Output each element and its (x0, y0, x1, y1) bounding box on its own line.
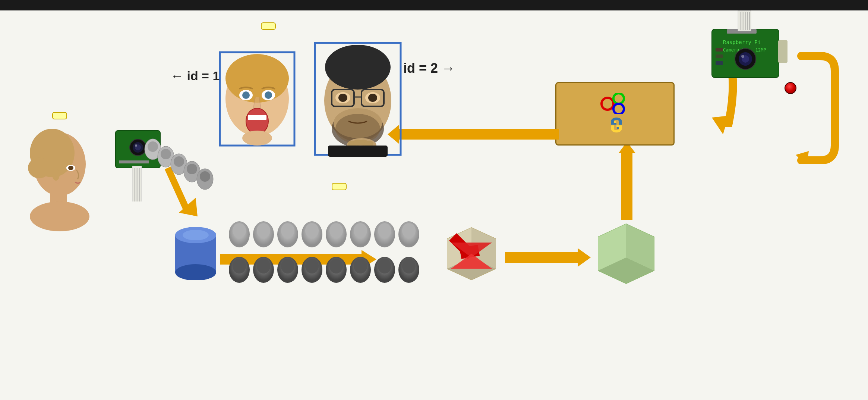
svg-point-30 (174, 156, 184, 167)
svg-point-130 (741, 55, 744, 58)
svg-point-68 (402, 259, 416, 274)
svg-rect-132 (738, 10, 751, 31)
recognizer-cube (440, 220, 503, 285)
svg-point-112 (338, 94, 347, 102)
svg-point-50 (378, 223, 391, 238)
svg-point-96 (225, 54, 289, 103)
svg-point-66 (378, 259, 391, 274)
svg-point-12 (135, 144, 137, 147)
steve-face (313, 41, 403, 158)
mary-face (216, 49, 298, 151)
svg-rect-123 (328, 146, 388, 157)
svg-point-88 (613, 104, 624, 114)
id2-faces-row (227, 256, 421, 284)
opencv-box (555, 82, 675, 146)
svg-point-4 (30, 201, 89, 231)
arrow-recognizer-to-trainer (505, 248, 591, 268)
id1-faces-row (227, 220, 421, 248)
svg-point-40 (257, 223, 270, 238)
svg-point-54 (233, 259, 246, 274)
svg-point-56 (257, 259, 270, 274)
phase2-box (332, 183, 347, 190)
svg-point-42 (281, 223, 294, 238)
svg-point-64 (354, 259, 367, 274)
svg-point-6 (68, 166, 73, 170)
arrow-curl (790, 52, 846, 166)
phase1-box (52, 112, 67, 119)
svg-rect-14 (132, 166, 142, 201)
svg-rect-92 (398, 129, 559, 140)
top-bar (0, 0, 868, 10)
svg-point-87 (613, 93, 624, 104)
streaming-faces (142, 134, 216, 210)
camera-top-right: Raspberry Pi Camera V2 - 12MP (689, 10, 794, 94)
svg-point-46 (329, 223, 343, 238)
svg-point-60 (305, 259, 319, 274)
svg-rect-142 (716, 61, 723, 65)
svg-point-26 (148, 141, 158, 152)
svg-point-44 (305, 223, 319, 238)
svg-rect-85 (621, 153, 632, 220)
svg-rect-141 (716, 54, 723, 58)
svg-marker-79 (578, 248, 591, 267)
svg-point-89 (614, 121, 616, 123)
svg-point-58 (281, 259, 294, 274)
trainer-cube (593, 216, 660, 289)
svg-point-23 (175, 264, 216, 280)
mary-text-label: ← id = 1 (168, 68, 220, 84)
arrow-trainer-up (617, 142, 637, 222)
svg-rect-139 (778, 40, 787, 63)
svg-point-86 (602, 98, 613, 110)
dataset-cylinder (171, 220, 220, 281)
svg-point-62 (329, 259, 343, 274)
arrow-opencv-left (388, 125, 559, 145)
svg-point-107 (325, 45, 391, 90)
svg-point-114 (368, 94, 377, 102)
svg-rect-140 (716, 48, 723, 51)
svg-point-38 (233, 223, 246, 238)
svg-point-98 (242, 91, 250, 99)
svg-point-48 (354, 223, 367, 238)
svg-point-24 (183, 230, 209, 240)
svg-point-52 (402, 223, 416, 238)
svg-point-2 (28, 157, 50, 178)
steve-text-label: id = 2 → (403, 60, 455, 76)
svg-rect-103 (248, 115, 266, 120)
svg-point-100 (265, 91, 272, 99)
svg-point-90 (617, 127, 619, 129)
svg-rect-78 (505, 252, 578, 263)
phase3-box (261, 22, 276, 30)
woman-profile (19, 127, 93, 240)
svg-text:Raspberry Pi: Raspberry Pi (723, 39, 761, 45)
svg-point-32 (187, 164, 197, 174)
svg-point-104 (242, 131, 272, 146)
svg-point-34 (200, 171, 210, 182)
svg-point-7 (52, 169, 60, 181)
svg-point-28 (161, 149, 171, 159)
